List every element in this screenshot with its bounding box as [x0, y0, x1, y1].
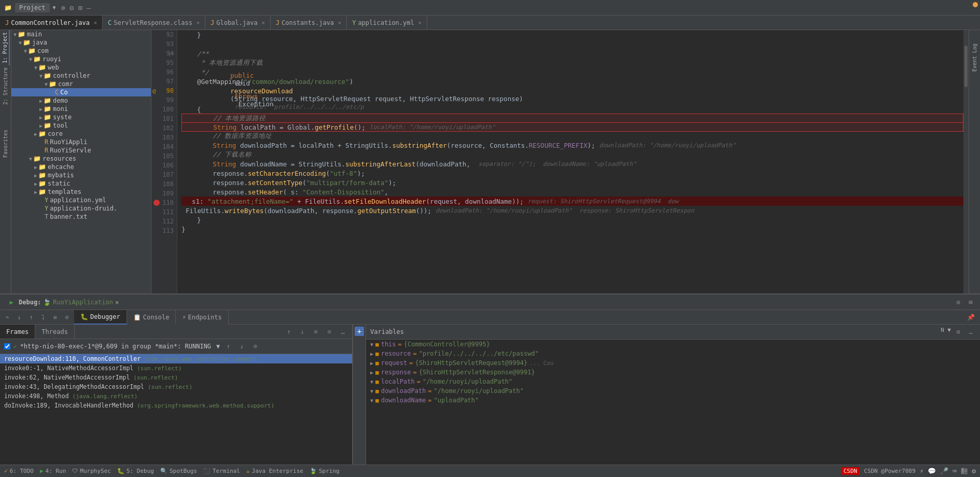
var-settings-btn[interactable]: ⚙: [953, 327, 963, 337]
settings-icon[interactable]: ⚙: [69, 4, 74, 12]
debug-app-name[interactable]: RuoYiApplication: [53, 299, 113, 306]
tree-web[interactable]: ▼ 📁 web: [11, 63, 151, 72]
tree-comr[interactable]: ▼ 📁 comr: [11, 80, 151, 88]
sidebar-item-structure[interactable]: 2: Structure: [2, 65, 9, 107]
tree-tool[interactable]: ▶ 📁 tool: [11, 121, 151, 130]
var-downloadpath[interactable]: ▼ ■ downloadPath = "/home/ruoyi/uploadPa…: [366, 386, 980, 396]
tree-templates[interactable]: ▶ 📁 templates: [11, 188, 151, 196]
dropdown-arrow-icon[interactable]: ▼: [53, 5, 56, 10]
frame-item-4[interactable]: invoke:498, Method (java.lang.reflect): [0, 391, 352, 401]
tab-close-2[interactable]: ✕: [197, 20, 200, 25]
var-this[interactable]: ▼ ■ this = {CommonController@9995}: [366, 340, 980, 349]
var-more-btn[interactable]: …: [965, 327, 976, 337]
tree-main[interactable]: ▼ 📁 main: [11, 30, 151, 38]
tree-demo[interactable]: ▶ 📁 demo: [11, 96, 151, 105]
var-localpath[interactable]: ▼ ■ localPath = "/home/ruoyi/uploadPath": [366, 377, 980, 386]
method-writebytes: writeBytes: [225, 207, 263, 215]
tree-com[interactable]: ▼ 📁 com: [11, 47, 151, 55]
tree-syste[interactable]: ▶ 📁 syste: [11, 113, 151, 121]
status-spring[interactable]: 🍃 Spring: [310, 468, 340, 474]
down-btn[interactable]: ↓: [297, 327, 307, 337]
status-run[interactable]: ▶ 4: Run: [40, 468, 66, 474]
thread-checkbox[interactable]: [4, 343, 10, 349]
tab-common-controller[interactable]: J CommonController.java ✕: [0, 16, 103, 30]
status-debug[interactable]: 🐛 5: Debug: [117, 468, 154, 474]
tab-constants[interactable]: J Constants.java ✕: [271, 16, 347, 30]
status-murphysec[interactable]: 🛡 MurphySec: [72, 468, 111, 474]
evaluate-btn[interactable]: ≡: [50, 312, 60, 322]
tree-controller[interactable]: ▼ 📁 controller: [11, 72, 151, 80]
minus-icon[interactable]: —: [87, 4, 91, 12]
status-terminal[interactable]: ⬛ Terminal: [203, 468, 240, 474]
tree-ehcache[interactable]: ▶ 📁 ehcache: [11, 163, 151, 171]
status-java-enterprise[interactable]: ☕ Java Enterprise: [246, 468, 303, 474]
scrollbar-thumb[interactable]: [964, 46, 968, 87]
tab-close-1[interactable]: ✕: [94, 20, 97, 25]
tree-java[interactable]: ▼ 📁 java: [11, 38, 151, 47]
var-request[interactable]: ▶ ■ request = {ShiroHttpServletRequest@9…: [366, 358, 980, 368]
tab-global[interactable]: J Global.java ✕: [205, 16, 271, 30]
tree-app-yml[interactable]: Y application.yml: [11, 196, 151, 204]
tree-resources[interactable]: ▼ 📁 resources: [11, 155, 151, 163]
endpoints-tab[interactable]: ⚡ Endpoints: [176, 310, 228, 325]
sidebar-item-project[interactable]: 1: Project: [1, 30, 10, 65]
step-out-btn[interactable]: ↑: [26, 312, 36, 322]
layout-debug-btn[interactable]: ⊞: [965, 297, 976, 307]
thread-up-btn[interactable]: ↑: [223, 341, 233, 352]
tree-static[interactable]: ▶ 📁 static: [11, 179, 151, 188]
copy-btn[interactable]: ⊙: [324, 327, 334, 337]
tab-close-4[interactable]: ✕: [338, 20, 341, 25]
tree-core[interactable]: ▶ 📁 core: [11, 130, 151, 138]
add-watch-btn[interactable]: +: [355, 327, 364, 336]
frame-item-2[interactable]: invoke:62, NativeMethodAccessorImpl (sun…: [0, 373, 352, 382]
vertical-scrollbar[interactable]: [963, 30, 969, 293]
frame-item-5[interactable]: doInvoke:189, InvocableHandlerMethod (or…: [0, 401, 352, 410]
debug-close-btn[interactable]: ✕: [115, 299, 119, 306]
more-btn[interactable]: …: [338, 327, 348, 337]
tree-ruoyi[interactable]: ▼ 📁 ruoyi: [11, 55, 151, 63]
frame-item-0[interactable]: resourceDownload:110, CommonController (…: [0, 354, 352, 363]
settings-debug-btn[interactable]: ⚙: [953, 297, 963, 307]
console-tab[interactable]: 📋 Console: [127, 310, 176, 325]
up-btn[interactable]: ↑: [284, 327, 294, 337]
tab-close-3[interactable]: ✕: [262, 20, 265, 25]
step-into-btn[interactable]: ↓: [14, 312, 24, 322]
run-to-cursor-btn[interactable]: ⤵: [38, 312, 48, 322]
thread-filter-btn[interactable]: ⊘: [250, 341, 260, 352]
filter-btn[interactable]: ⊘: [311, 327, 321, 337]
step-over-btn[interactable]: ↷: [2, 312, 12, 322]
var-resource[interactable]: ▶ ■ resource = "profile/../../../../etc/…: [366, 349, 980, 358]
navigate-icon[interactable]: ⊕: [61, 4, 65, 12]
tree-ruoyiappli[interactable]: R RuoYiAppli: [11, 138, 151, 146]
pin-btn[interactable]: 📌: [965, 312, 976, 322]
status-spotbugs[interactable]: 🔍 SpotBugs: [160, 468, 197, 474]
var-response[interactable]: ▶ ■ response = {ShiroHttpServletResponse…: [366, 368, 980, 377]
frame-item-3[interactable]: invoke:43, DelegatingMethodAccessorImpl …: [0, 382, 352, 391]
threads-tab[interactable]: Threads: [35, 325, 75, 339]
tree-app-druid[interactable]: Y application-druid.: [11, 204, 151, 213]
tab-servlet-response[interactable]: C ServletResponse.class ✕: [103, 16, 205, 30]
tree-co-file[interactable]: C Co: [11, 88, 151, 96]
tree-resources-label: resources: [43, 155, 76, 162]
thread-down-btn[interactable]: ↓: [236, 341, 247, 352]
var-downloadname[interactable]: ▼ ■ downloadName = "uploadPath": [366, 396, 980, 405]
tree-ruoyiservle[interactable]: R RuoYiServle: [11, 146, 151, 155]
frames-tab[interactable]: Frames: [0, 325, 35, 339]
project-label[interactable]: Project: [15, 3, 50, 12]
split-icon[interactable]: ⊞: [78, 4, 82, 12]
resume-btn[interactable]: ▶: [6, 297, 17, 307]
code-body[interactable]: } /** * 本地资源通用下载 */ @GetMapping("/common…: [177, 30, 963, 293]
sidebar-item-favorites[interactable]: Favorites: [2, 128, 9, 160]
frame-item-1[interactable]: invoke0:-1, NativeMethodAccessorImpl (su…: [0, 363, 352, 373]
right-panel-event-log[interactable]: Event Log: [970, 40, 979, 75]
mute-breakpoints-btn[interactable]: ⊘: [62, 312, 72, 322]
tree-moni[interactable]: ▶ 📁 moni: [11, 105, 151, 113]
tree-mybatis[interactable]: ▶ 📁 mybatis: [11, 171, 151, 179]
debugger-tab[interactable]: 🐛 Debugger: [74, 310, 127, 325]
tab-application-yml[interactable]: Y application.yml ✕: [347, 16, 427, 30]
tab-close-5[interactable]: ✕: [418, 20, 422, 25]
tree-banner[interactable]: T banner.txt: [11, 213, 151, 221]
status-todo[interactable]: ✓ 6: TODO: [4, 468, 34, 474]
code-exception: Exception: [234, 100, 273, 108]
thread-dropdown-btn[interactable]: ▼: [216, 343, 220, 350]
